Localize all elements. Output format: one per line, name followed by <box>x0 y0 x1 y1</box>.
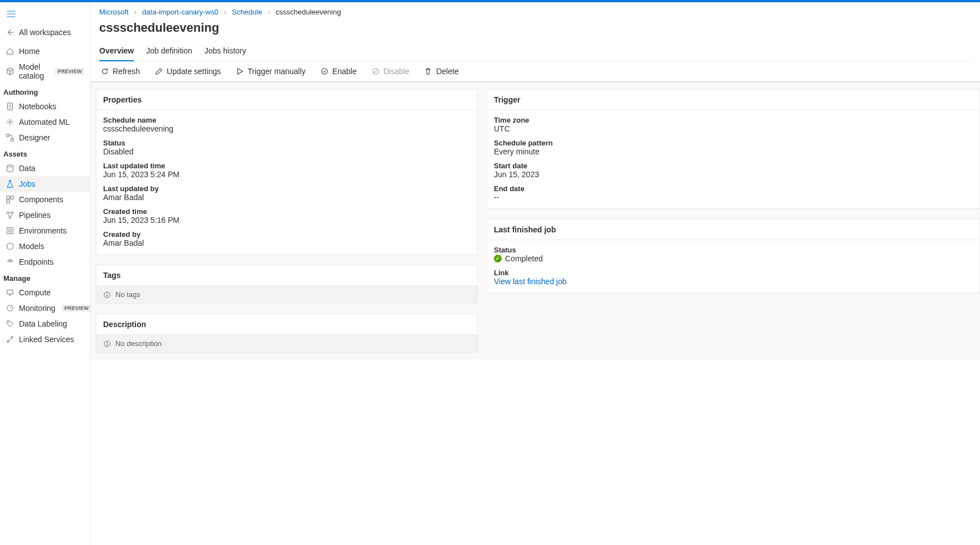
sidebar-item-models[interactable]: Models <box>0 239 90 254</box>
breadcrumb-link[interactable]: Schedule <box>232 8 262 16</box>
command-bar: Refresh Update settings Trigger manually… <box>90 61 980 82</box>
svg-point-13 <box>9 261 11 262</box>
cube-icon <box>6 67 14 76</box>
button-label: Delete <box>436 67 458 76</box>
endpoints-icon <box>6 257 14 266</box>
breadcrumb-link[interactable]: Microsoft <box>99 8 129 16</box>
sidebar-item-label: Pipelines <box>19 211 51 220</box>
sidebar-item-compute[interactable]: Compute <box>0 285 90 300</box>
properties-card: Properties Schedule name cssscheduleeven… <box>96 89 478 255</box>
back-arrow-icon <box>6 28 14 37</box>
svg-rect-3 <box>11 139 13 141</box>
tab-job-definition[interactable]: Job definition <box>146 43 192 61</box>
sidebar-item-label: Environments <box>19 226 67 235</box>
enable-button[interactable]: Enable <box>314 64 362 79</box>
info-icon <box>103 291 111 299</box>
sidebar-item-model-catalog[interactable]: Model catalog PREVIEW <box>0 59 90 84</box>
sidebar-item-data[interactable]: Data <box>0 160 90 176</box>
info-icon <box>103 340 111 348</box>
success-check-icon: ✓ <box>494 255 502 262</box>
last-finished-job-card: Last finished job Status ✓ Completed Lin… <box>487 219 980 293</box>
linked-icon <box>6 335 14 344</box>
update-settings-button[interactable]: Update settings <box>149 64 226 79</box>
sidebar-item-components[interactable]: Components <box>0 192 90 207</box>
sidebar-item-label: Models <box>19 242 44 251</box>
trigger-manually-button[interactable]: Trigger manually <box>230 64 311 79</box>
property-label: Status <box>103 139 470 147</box>
sidebar-item-label: Notebooks <box>19 102 56 111</box>
sidebar-item-home[interactable]: Home <box>0 43 90 59</box>
card-title: Last finished job <box>487 220 979 240</box>
tab-overview[interactable]: Overview <box>99 43 134 61</box>
hamburger-icon <box>7 9 16 18</box>
tags-empty-row: No tags <box>96 286 477 303</box>
status-text: Completed <box>505 254 543 263</box>
svg-rect-14 <box>7 290 13 294</box>
monitor-icon <box>6 304 14 313</box>
sidebar-item-linked-services[interactable]: Linked Services <box>0 332 90 347</box>
breadcrumb-current: cssscheduleevening <box>276 8 341 16</box>
sidebar-item-label: Jobs <box>19 179 36 188</box>
blocked-icon <box>371 67 380 76</box>
all-workspaces-label: All workspaces <box>19 28 71 37</box>
sidebar-group-manage: Manage <box>0 270 90 285</box>
property-value: Amar Badal <box>103 193 470 202</box>
view-last-job-link[interactable]: View last finished job <box>494 277 566 286</box>
sidebar-item-pipelines[interactable]: Pipelines <box>0 207 90 223</box>
tags-card: Tags No tags <box>96 265 478 304</box>
labeling-icon <box>6 319 14 328</box>
property-label: Status <box>494 246 973 254</box>
preview-badge: PREVIEW <box>62 305 91 312</box>
sidebar-item-automated-ml[interactable]: Automated ML <box>0 114 90 130</box>
tab-jobs-history[interactable]: Jobs history <box>205 43 246 61</box>
property-value: Amar Badal <box>103 239 470 247</box>
description-empty-text: No description <box>115 339 162 348</box>
tags-empty-text: No tags <box>115 290 140 299</box>
delete-button[interactable]: Delete <box>418 64 464 79</box>
property-value: -- <box>494 193 973 202</box>
sidebar-item-monitoring[interactable]: Monitoring PREVIEW <box>0 300 90 316</box>
refresh-button[interactable]: Refresh <box>95 64 145 79</box>
pipelines-icon <box>6 211 14 220</box>
button-label: Trigger manually <box>248 67 305 76</box>
svg-point-9 <box>12 212 14 214</box>
sidebar-item-label: Home <box>19 47 40 56</box>
property-value: Disabled <box>103 147 470 156</box>
chevron-right-icon: › <box>224 8 226 16</box>
compute-icon <box>6 288 14 297</box>
description-card: Description No description <box>96 314 478 353</box>
property-label: Schedule name <box>103 116 470 124</box>
sidebar-item-designer[interactable]: Designer <box>0 130 90 145</box>
button-label: Enable <box>332 67 357 76</box>
sidebar-item-jobs[interactable]: Jobs <box>0 176 90 192</box>
breadcrumb-link[interactable]: data-import-canary-ws0 <box>142 8 219 16</box>
svg-point-16 <box>8 322 9 323</box>
flask-icon <box>6 179 14 188</box>
property-label: Schedule pattern <box>494 139 973 147</box>
property-label: Last updated by <box>103 184 470 193</box>
disable-button: Disable <box>366 64 415 79</box>
sidebar-item-endpoints[interactable]: Endpoints <box>0 254 90 270</box>
home-icon <box>6 47 14 56</box>
status-badge: ✓ Completed <box>494 254 973 263</box>
designer-icon <box>6 133 14 142</box>
sidebar-item-label: Model catalog <box>19 62 48 80</box>
sidebar-item-label: Compute <box>19 288 51 297</box>
all-workspaces-link[interactable]: All workspaces <box>0 25 90 40</box>
card-title: Properties <box>96 90 477 110</box>
svg-rect-11 <box>7 228 13 234</box>
sidebar-item-notebooks[interactable]: Notebooks <box>0 99 90 114</box>
breadcrumb: Microsoft › data-import-canary-ws0 › Sch… <box>99 7 971 21</box>
hamburger-button[interactable] <box>0 6 22 22</box>
preview-badge: PREVIEW <box>55 68 84 75</box>
environments-icon <box>6 226 14 235</box>
sidebar-item-data-labeling[interactable]: Data Labeling <box>0 316 90 332</box>
chevron-right-icon: › <box>268 8 270 16</box>
sidebar-item-environments[interactable]: Environments <box>0 223 90 239</box>
chevron-right-icon: › <box>134 8 137 16</box>
sidebar-item-label: Data <box>19 164 36 173</box>
svg-rect-6 <box>11 196 13 199</box>
sidebar-item-label: Data Labeling <box>19 319 67 328</box>
svg-rect-7 <box>7 200 9 203</box>
edit-icon <box>154 67 163 76</box>
